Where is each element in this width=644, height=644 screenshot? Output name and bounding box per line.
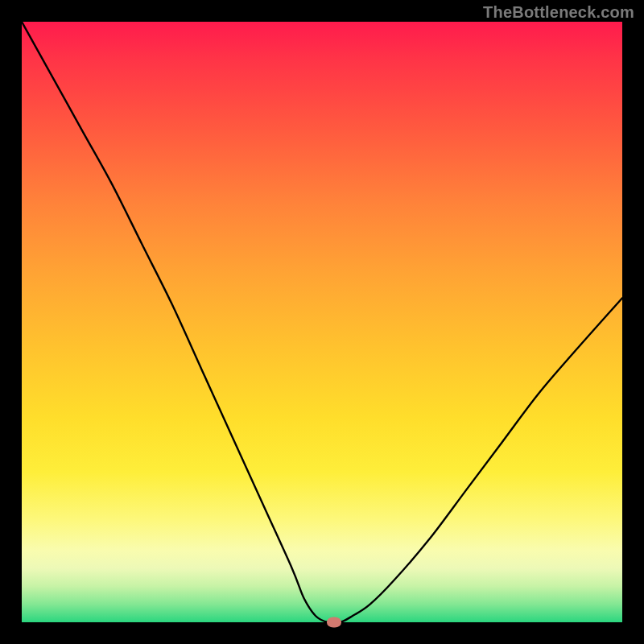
optimal-marker <box>327 617 341 628</box>
bottleneck-curve <box>22 22 622 622</box>
attribution-label: TheBottleneck.com <box>483 3 634 22</box>
plot-area <box>22 22 622 622</box>
chart-frame: TheBottleneck.com <box>0 0 644 644</box>
